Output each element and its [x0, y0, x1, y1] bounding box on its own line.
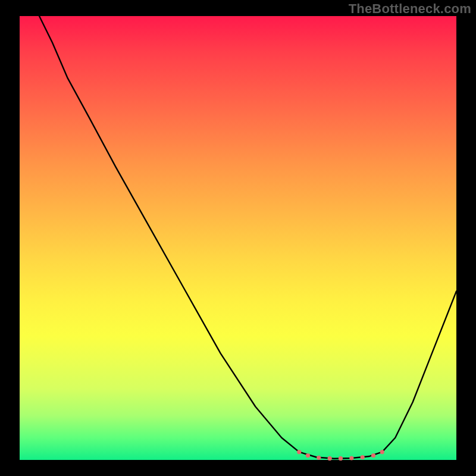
marker-dot [317, 456, 321, 460]
chart-svg [20, 16, 456, 460]
marker-dot [328, 456, 332, 461]
marker-dot [371, 453, 375, 458]
marker-dot [361, 455, 365, 459]
marker-dot [306, 453, 310, 458]
marker-dot [339, 456, 343, 461]
plot-area [20, 16, 456, 460]
curve-line [39, 16, 456, 459]
marker-dot [349, 456, 353, 460]
marker-dot [380, 450, 384, 454]
marker-dot [297, 450, 301, 454]
watermark-text: TheBottleneck.com [349, 1, 471, 17]
